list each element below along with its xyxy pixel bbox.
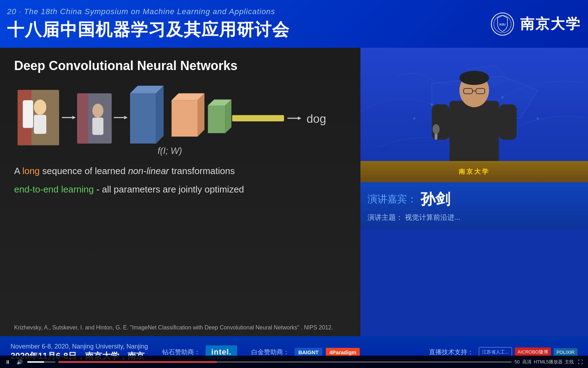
- svg-rect-43: [499, 104, 517, 140]
- diamond-sponsor-label: 钻石赞助商：: [162, 348, 200, 356]
- time-display: 50: [514, 359, 519, 364]
- slide-area: Deep Convolutional Neural Networks: [0, 48, 360, 336]
- svg-text:f(I; W): f(I; W): [158, 146, 182, 156]
- university-name: 南京大学: [520, 14, 581, 34]
- banner-title-en: 20 · The 18th China Symposium on Machine…: [7, 7, 290, 16]
- speaker-area: 南京大学 演讲嘉宾： 孙剑 演讲主题： 视觉计算前沿进...: [360, 48, 588, 336]
- top-banner: 20 · The 18th China Symposium on Machine…: [0, 0, 588, 48]
- podium-text: 南京大学: [360, 161, 588, 182]
- html5-label: HTML5播放器: [534, 359, 563, 365]
- svg-rect-6: [34, 115, 46, 134]
- gold-sponsor: 白金赞助商： BAIGNT 4Paradigm: [251, 348, 360, 357]
- speaker-name: 孙剑: [421, 189, 450, 209]
- svg-point-5: [34, 99, 46, 115]
- sponsor-logos: BAIGNT 4Paradigm: [295, 348, 360, 357]
- banner-left: 20 · The 18th China Symposium on Machine…: [7, 7, 290, 41]
- progress-fill: [58, 361, 217, 363]
- highlight-e2e: end-to-end learning: [14, 184, 94, 195]
- svg-text:NJU: NJU: [500, 22, 506, 26]
- svg-point-45: [433, 124, 440, 134]
- speaker-topic-row: 演讲主题： 视觉计算前沿进...: [368, 213, 581, 222]
- polixir-logo: POLIXIR: [554, 348, 577, 356]
- support-label: 直播技术支持：: [429, 348, 474, 356]
- banner-right: NJU 南京大学: [488, 10, 581, 38]
- svg-text:dog: dog: [306, 112, 326, 125]
- svg-rect-7: [23, 100, 33, 128]
- baignt-logo: BAIGNT: [295, 348, 322, 357]
- fullscreen-button[interactable]: ⛶: [576, 358, 584, 366]
- svg-marker-18: [156, 86, 164, 144]
- citation: Krizhevsky, A., Sutskever, I. and Hinton…: [14, 324, 346, 331]
- svg-marker-27: [298, 116, 301, 120]
- svg-marker-21: [198, 93, 205, 137]
- svg-rect-42: [432, 104, 449, 140]
- svg-marker-9: [72, 116, 76, 119]
- live-label[interactable]: 主线: [565, 359, 574, 365]
- highlight-long: long: [22, 166, 40, 176]
- svg-marker-15: [124, 116, 128, 119]
- video-controls: ⏸ 🔊 50 高清 HTML5播放器 主线 ⛶: [0, 356, 588, 368]
- svg-rect-11: [77, 93, 88, 144]
- main-container: 20 · The 18th China Symposium on Machine…: [0, 0, 588, 368]
- svg-rect-13: [92, 117, 103, 135]
- speaker-info: 演讲嘉宾： 孙剑 演讲主题： 视觉计算前沿进...: [360, 182, 588, 229]
- svg-point-12: [92, 104, 103, 117]
- italic-nonlinear: non-linear: [128, 166, 169, 176]
- svg-rect-16: [130, 93, 156, 144]
- podium: 南京大学: [360, 161, 588, 182]
- banner-title-cn: 十八届中国机器学习及其应用研讨会: [7, 18, 290, 41]
- svg-rect-25: [232, 115, 284, 121]
- svg-point-38: [459, 71, 489, 85]
- speaker-label: 演讲嘉宾： 孙剑: [368, 189, 581, 209]
- university-logo: NJU: [488, 10, 517, 38]
- desc-line2: end-to-end learning - all parameters are…: [14, 183, 346, 196]
- svg-marker-24: [225, 99, 231, 133]
- desc-line1: A long sequence of learned non-linear tr…: [14, 165, 346, 177]
- volume-button[interactable]: 🔊: [15, 358, 24, 366]
- speaker-video: 南京大学: [360, 48, 588, 182]
- gold-sponsor-label: 白金赞助商：: [251, 348, 289, 356]
- play-button[interactable]: ⏸: [4, 358, 12, 366]
- svg-point-34: [537, 117, 539, 120]
- content-area: Deep Convolutional Neural Networks: [0, 48, 588, 336]
- svg-rect-36: [449, 101, 499, 165]
- svg-rect-19: [172, 100, 198, 137]
- progress-bar[interactable]: [58, 361, 512, 363]
- volume-slider[interactable]: [27, 361, 55, 363]
- topic-text: 视觉计算前沿进...: [405, 213, 460, 221]
- speaker-label-text: 演讲嘉宾：: [368, 192, 417, 206]
- slide-title: Deep Convolutional Neural Networks: [14, 58, 346, 73]
- quality-display[interactable]: 高清: [522, 359, 531, 365]
- right-controls: 高清 HTML5播放器 主线 ⛶: [522, 358, 584, 366]
- slide-inner: Deep Convolutional Neural Networks: [0, 48, 360, 336]
- svg-rect-22: [208, 105, 225, 133]
- paradigm-logo: 4Paradigm: [326, 348, 360, 357]
- topic-label-text: 演讲主题：: [368, 213, 403, 221]
- date-en: November 6-8, 2020, Nanjing University, …: [11, 343, 148, 350]
- cnn-diagram: dog f(I; W): [14, 80, 346, 162]
- svg-point-35: [413, 117, 415, 120]
